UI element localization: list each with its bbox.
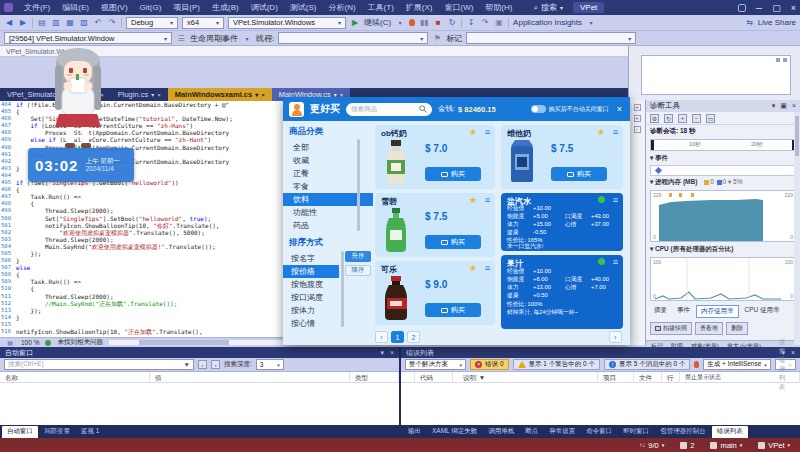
product-card[interactable]: 可乐 ★ ≡ $ 9.0 购买 (375, 261, 495, 325)
chevron-down-icon[interactable]: ▾ (395, 18, 405, 28)
menu-item[interactable]: 分析(N) (323, 2, 360, 13)
scope-dropdown[interactable]: 整个解决方案 ▾ (405, 359, 466, 370)
diagnostic-tab[interactable]: 内存使用率 (696, 305, 739, 318)
editor-tab[interactable]: MainWindowsxaml.cs ▾ × (168, 88, 272, 101)
sort-item[interactable]: 按价格 (283, 265, 339, 278)
sort-desc-button[interactable]: 降序 (345, 265, 371, 276)
column-header[interactable]: 值 (150, 372, 350, 383)
diagnostic-tools-titlebar[interactable]: 诊断工具 ▾ ▣ × (646, 100, 800, 112)
favorite-star-icon[interactable]: ★ (597, 127, 605, 137)
threads-icon[interactable]: ☰ (176, 33, 186, 43)
panel-option-icon[interactable] (783, 58, 787, 62)
stop-icon[interactable]: ■ (433, 18, 443, 28)
diagnostic-tab[interactable]: CPU 使用率 (741, 305, 784, 318)
item-detail-icon[interactable]: ≡ (485, 127, 490, 137)
sync-status[interactable]: ↑↓9/0▾ (639, 441, 664, 450)
pending-edits[interactable]: 2 (680, 441, 694, 450)
product-card[interactable]: 雪碧 ★ ≡ $ 7.5 购买 (375, 193, 495, 257)
favorite-star-icon[interactable]: ★ (469, 195, 477, 205)
cpu-chart[interactable]: 100 0 100 0 (650, 257, 796, 301)
column-header[interactable]: 类型 (350, 372, 399, 383)
sort-item[interactable]: 按心情 (283, 317, 339, 330)
category-scrollbar[interactable] (357, 139, 360, 231)
tool-window-tab[interactable]: 异常设置 (544, 426, 580, 438)
open-file-icon[interactable]: ▥ (51, 18, 61, 28)
filter-icon[interactable]: ▼ (184, 361, 190, 368)
undo-icon[interactable]: ↶ (93, 18, 103, 28)
buy-button[interactable]: 购买 (425, 303, 481, 317)
new-file-icon[interactable]: ▤ (37, 18, 47, 28)
continue-icon[interactable]: ▶ (350, 18, 360, 28)
delete-button[interactable]: 删除 (726, 322, 748, 335)
buy-button[interactable]: 购买 (425, 167, 481, 181)
page-button[interactable]: 1 (391, 331, 404, 343)
tool-window-tab[interactable]: 错误列表 (712, 426, 748, 438)
item-detail-icon[interactable]: ≡ (485, 263, 490, 273)
zoom-level[interactable]: 100 % (21, 339, 39, 346)
next-result-icon[interactable]: › (211, 360, 220, 369)
refresh-icon[interactable]: ↻ (664, 114, 673, 123)
chevron-down-icon[interactable]: ▾ (242, 33, 252, 43)
close-button[interactable]: × (791, 3, 796, 13)
step-into-icon[interactable]: ↧ (466, 18, 476, 28)
diagnostic-tab[interactable]: 摘要 (650, 305, 671, 318)
product-card-expanded[interactable]: 果汁 ≡ 经验值+10.00 饱腹度+6.00 体力+13.00 健康+0.50… (501, 255, 623, 329)
collapse-plus-icon[interactable]: + (634, 115, 641, 122)
settings-gear-icon[interactable]: ⚙ (650, 114, 659, 123)
item-detail-icon[interactable]: ≡ (485, 195, 490, 205)
column-header[interactable]: 代码 (415, 372, 453, 383)
events-track[interactable] (650, 165, 796, 176)
process-dropdown[interactable]: [29564] VPet.Simulator.Window▾ (4, 32, 172, 44)
menu-item[interactable]: 调试(D) (246, 2, 283, 13)
stackframe-dropdown[interactable]: ▾ (466, 32, 636, 44)
app-insights-button[interactable]: Application Insights (513, 18, 582, 27)
selection-handle[interactable] (651, 140, 654, 150)
product-card[interactable]: ob钙奶 ★ ≡ $ 7.0 购买 (375, 125, 495, 189)
warnings-filter-button[interactable]: 显示 1 个警告中的 0 个 (513, 359, 600, 370)
tool-window-tab[interactable]: 断点 (520, 426, 543, 438)
diagnostic-tab[interactable]: 事件 (673, 305, 694, 318)
view-heap-button[interactable]: 查看堆 (695, 322, 723, 335)
memory-chart[interactable]: 229 0 229 0 (650, 190, 796, 242)
sort-item[interactable]: 按饱腹度 (283, 278, 339, 291)
lifecycle-dropdown[interactable]: 生命周期事件 (190, 33, 238, 44)
scrollbar-thumb[interactable] (795, 116, 799, 156)
shop-close-button[interactable]: × (615, 104, 624, 114)
notifications-icon[interactable] (738, 4, 746, 12)
quick-search[interactable]: ⌕ 搜索 ▾ (533, 2, 563, 13)
tool-window-tab[interactable]: 自动窗口 (2, 426, 38, 438)
keep-open-toggle[interactable]: 购买后不自动关闭窗口 (531, 105, 609, 114)
sort-item[interactable]: 按名字 (283, 252, 339, 265)
page-button[interactable]: 2 (407, 331, 420, 343)
collapse-plus-icon[interactable]: + (634, 104, 641, 111)
column-header[interactable]: 行 (662, 372, 680, 383)
minimize-button[interactable]: ─ (756, 3, 762, 13)
close-icon[interactable]: × (791, 349, 795, 357)
close-icon[interactable]: × (390, 349, 394, 357)
watch-search-input[interactable]: 搜索(Ctrl+E) ▼ (4, 359, 194, 370)
save-icon[interactable]: ▦ (65, 18, 75, 28)
prev-result-icon[interactable]: ‹ (198, 360, 207, 369)
repo-name[interactable]: VPet▾ (758, 441, 790, 450)
live-share-button[interactable]: ⇆ Live Share (745, 18, 796, 28)
menu-item[interactable]: 窗口(W) (439, 2, 478, 13)
menu-item[interactable]: 生成(B) (207, 2, 244, 13)
zoom-in-icon[interactable]: + (678, 114, 687, 123)
column-header[interactable]: 禁止显示状态 (680, 372, 800, 383)
diagnostics-icon[interactable]: ▣ (494, 18, 504, 28)
scrollbar-thumb[interactable] (139, 340, 229, 345)
step-over-icon[interactable]: ↷ (480, 18, 490, 28)
menu-item[interactable]: 视图(V) (96, 2, 133, 13)
menu-item[interactable]: 帮助(H) (480, 2, 517, 13)
errors-filter-button[interactable]: ×错误 0 (470, 359, 508, 370)
menu-item[interactable]: Git(G) (135, 3, 167, 12)
startup-project-dropdown[interactable]: VPet.Simulator.Windows▾ (228, 17, 346, 29)
product-card[interactable]: 维他奶 ★ ≡ $ 7.5 购买 (501, 125, 623, 189)
configuration-dropdown[interactable]: Debug▾ (126, 17, 178, 29)
menu-item[interactable]: 工具(T) (363, 2, 399, 13)
column-header[interactable]: 名称 (0, 372, 150, 383)
panel-option-icon[interactable] (776, 58, 780, 62)
chevron-down-icon[interactable]: ▾ (380, 349, 384, 357)
shop-search-input[interactable]: 搜索商品 (346, 103, 432, 116)
thread-dropdown[interactable]: ▾ (278, 32, 428, 44)
